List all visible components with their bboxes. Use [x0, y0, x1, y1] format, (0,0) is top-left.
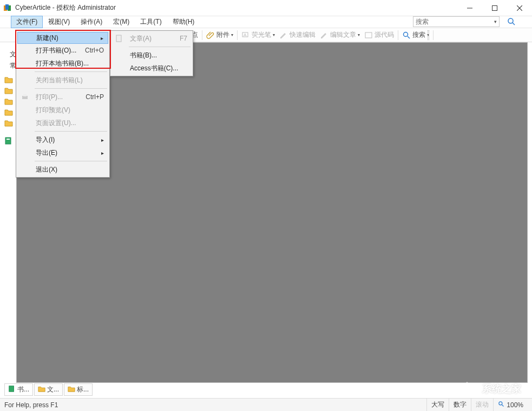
svg-text:A: A [244, 32, 247, 37]
search-dropdown-icon[interactable]: ▾ [492, 19, 499, 24]
chevron-down-icon: ▾ [358, 32, 360, 37]
submenu-item-book[interactable]: 书籍(B)... [111, 49, 192, 62]
separator [237, 30, 238, 40]
svg-line-17 [408, 36, 410, 38]
menu-item-page-setup: 页面设置(U)... [17, 116, 108, 129]
pencil-icon [279, 31, 288, 40]
svg-rect-23 [9, 386, 14, 392]
zoom-value: 100% [507, 401, 523, 409]
maximize-button[interactable] [482, 0, 507, 16]
window-title: CyberArticle - 授权给 Administrator [15, 3, 116, 12]
folder-icon [68, 385, 75, 394]
menu-item-new[interactable]: 新建(N) ▸ [17, 32, 108, 44]
watermark-text: 系统之家 [482, 382, 521, 395]
toolbar-editdoc-label: 编辑文章 [330, 30, 356, 40]
highlighter-icon: A [241, 31, 250, 40]
submenu-item-access-book[interactable]: Access书籍(C)... [111, 62, 192, 75]
close-button[interactable] [507, 0, 532, 16]
menu-action[interactable]: 操作(A) [75, 16, 108, 28]
new-submenu: 文章(A) F7 书籍(B)... Access书籍(C)... [110, 30, 193, 76]
menu-separator [35, 71, 107, 72]
submenu-arrow-icon: ▸ [101, 137, 104, 143]
tab-label: 标... [77, 385, 89, 394]
file-menu-dropdown: 新建(N) ▸ 打开书籍(O)... Ctrl+O 打开本地书籍(B)... 关… [16, 30, 110, 178]
menu-item-label: Access书籍(C)... [130, 64, 178, 73]
menu-file[interactable]: 文件(F) [11, 16, 43, 28]
svg-point-7 [508, 18, 513, 23]
svg-rect-18 [5, 138, 11, 144]
menu-item-label: 打开本地书籍(B)... [36, 59, 89, 68]
search-icon[interactable] [507, 17, 516, 28]
svg-rect-21 [23, 94, 27, 96]
menu-bar: 文件(F) 视图(V) 操作(A) 宏(M) 工具(T) 帮助(H) ▾ [0, 16, 532, 28]
menu-item-label: 页面设置(U)... [36, 119, 76, 128]
tab-books[interactable]: 书... [4, 383, 33, 396]
folder-icon[interactable] [4, 76, 13, 83]
menu-item-label: 文章(A) [130, 34, 152, 43]
search-input[interactable] [413, 18, 492, 25]
submenu-arrow-icon: ▸ [101, 150, 104, 156]
menu-help[interactable]: 帮助(H) [167, 16, 200, 28]
svg-rect-19 [6, 139, 10, 140]
folder-icon[interactable] [4, 108, 13, 116]
menu-item-import[interactable]: 导入(I) ▸ [17, 133, 108, 146]
book-icon[interactable] [4, 136, 13, 147]
menu-shortcut: Ctrl+O [85, 47, 104, 54]
menu-item-close-current: 关闭当前书籍(L) [17, 74, 108, 87]
status-caps: 大写 [426, 399, 449, 411]
folder-icon[interactable] [4, 87, 13, 94]
toolbar-quickedit[interactable]: 快速编辑 [278, 29, 317, 41]
tab-label: 文... [47, 385, 59, 394]
attachment-icon [206, 31, 215, 40]
title-bar: CyberArticle - 授权给 Administrator [0, 0, 532, 16]
toolbar-highlighter[interactable]: A 荧光笔 ▾ [240, 29, 277, 41]
tab-label: 书... [17, 385, 29, 394]
toolbar-quickedit-label: 快速编辑 [290, 30, 316, 40]
book-icon [8, 385, 16, 394]
menu-item-label: 打印预览(V) [36, 106, 70, 115]
folder-icon [38, 385, 45, 394]
menu-item-label: 打开书籍(O)... [36, 46, 76, 55]
menu-item-print-preview: 打印预览(V) [17, 103, 108, 116]
menu-item-open-book[interactable]: 打开书籍(O)... Ctrl+O [17, 44, 108, 57]
toolbar-attachment[interactable]: 附件 ▾ [205, 29, 235, 41]
svg-rect-4 [492, 5, 497, 10]
menu-item-print: 打印(P)... Ctrl+P [17, 90, 108, 103]
toolbar-source-label: 源代码 [375, 30, 394, 40]
toolbar-editdoc[interactable]: 编辑文章 ▾ [318, 29, 362, 41]
chevron-down-icon: ▾ [231, 32, 233, 37]
menu-view[interactable]: 视图(V) [43, 16, 75, 28]
menu-tools[interactable]: 工具(T) [135, 16, 167, 28]
toolbar-grip[interactable] [428, 30, 429, 40]
svg-line-25 [502, 405, 504, 407]
tab-docs[interactable]: 文... [34, 383, 63, 396]
print-icon [21, 93, 29, 101]
toolbar-search[interactable]: 搜索 ▾ [400, 29, 431, 41]
toolbar-source[interactable]: 源代码 [363, 29, 396, 41]
menu-macro[interactable]: 宏(M) [108, 16, 135, 28]
status-zoom: 100% [493, 399, 528, 411]
menu-item-label: 新建(N) [36, 34, 58, 43]
menu-item-label: 打印(P)... [36, 93, 63, 102]
menu-item-label: 书籍(B)... [130, 51, 157, 60]
app-icon [3, 4, 12, 12]
edit-icon [320, 31, 329, 40]
menu-item-exit[interactable]: 退出(X) [17, 163, 108, 176]
search-box[interactable]: ▾ [413, 16, 500, 27]
separator [202, 30, 202, 40]
svg-point-24 [499, 402, 502, 405]
zoom-icon[interactable] [498, 401, 504, 409]
toolbar-attachment-label: 附件 [216, 30, 229, 40]
menu-item-open-local-book[interactable]: 打开本地书籍(B)... [17, 57, 108, 70]
menu-item-export[interactable]: 导出(E) ▸ [17, 146, 108, 159]
menu-separator [35, 88, 107, 89]
folder-icon[interactable] [4, 97, 13, 105]
folder-icon[interactable] [4, 119, 13, 127]
minimize-button[interactable] [457, 0, 482, 16]
submenu-arrow-icon: ▸ [101, 35, 103, 41]
left-panel-icons [4, 76, 14, 127]
source-icon [364, 31, 373, 40]
document-icon [115, 34, 123, 43]
tab-tags[interactable]: 标... [64, 383, 93, 396]
menu-item-label: 导出(E) [36, 148, 57, 158]
